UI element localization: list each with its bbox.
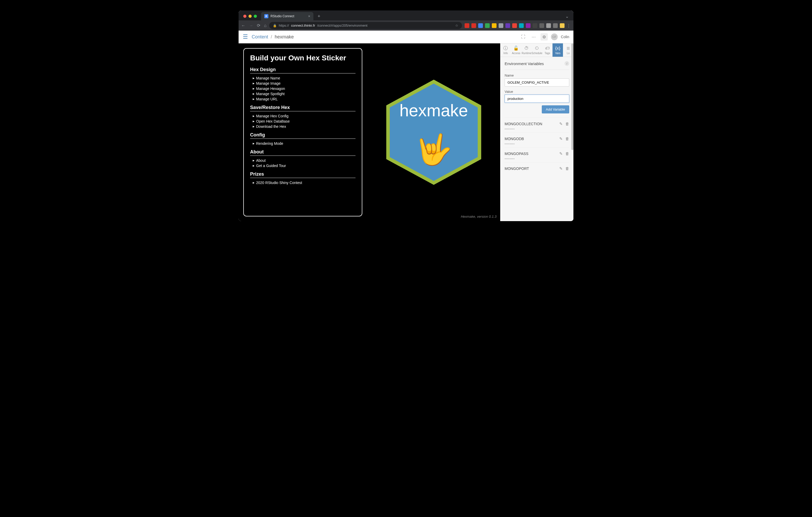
settings-tab-tags[interactable]: 🏷Tags — [542, 43, 552, 57]
menu-icon[interactable]: ☰ — [243, 33, 248, 40]
sidebar-item[interactable]: Manage URL — [250, 96, 355, 102]
bookmark-icon[interactable]: ☆ — [455, 24, 458, 27]
browser-window: R RStudio Connect × + ⌄ ← → ⟳ ⌂ 🔒 https:… — [239, 10, 573, 221]
header-actions: ⛶ ⋯ ⚙ CF Colin — [520, 33, 569, 40]
back-icon[interactable]: ← — [241, 23, 245, 28]
delete-icon[interactable]: 🗑 — [565, 166, 569, 171]
env-var-row: MONGODB✎🗑•••••••• — [504, 132, 569, 147]
sidebar-item[interactable]: Manage Image — [250, 81, 355, 86]
hex-sticker: hexmake 🤟 — [384, 78, 484, 187]
connect-header: ☰ Content / hexmake ⛶ ⋯ ⚙ CF Colin — [239, 31, 573, 43]
ext-icon[interactable] — [553, 23, 558, 28]
ext-icon[interactable] — [478, 23, 483, 28]
forward-icon[interactable]: → — [249, 23, 253, 28]
edit-icon[interactable]: ✎ — [559, 136, 563, 141]
sidebar-item[interactable]: 2020 RStudio Shiny Contest — [250, 180, 355, 185]
sidebar-item[interactable]: Get a Guided Tour — [250, 163, 355, 168]
fullscreen-icon[interactable]: ⛶ — [520, 33, 527, 40]
ext-icon[interactable] — [499, 23, 503, 28]
ext-icon[interactable] — [485, 23, 490, 28]
ext-icon[interactable] — [512, 23, 517, 28]
env-var-value: •••••••• — [504, 127, 569, 130]
breadcrumb: Content / hexmake — [252, 34, 294, 40]
env-var-name: MONGODB — [504, 137, 524, 141]
main-content: Build your Own Hex Sticker Hex DesignMan… — [239, 43, 573, 221]
delete-icon[interactable]: 🗑 — [565, 151, 569, 156]
page-title: hexmake — [275, 34, 294, 40]
profile-avatar-icon[interactable] — [560, 23, 564, 28]
sidebar-item[interactable]: Manage Name — [250, 75, 355, 81]
ext-icon[interactable] — [505, 23, 510, 28]
env-name-input[interactable] — [504, 79, 569, 87]
maximize-window-icon[interactable] — [254, 14, 257, 18]
new-tab-button[interactable]: + — [316, 12, 323, 20]
settings-tabs: ⓘInfo🔓Access⏱Runtime⏲Schedule🏷Tags{x}Var… — [500, 43, 573, 57]
minimize-window-icon[interactable] — [249, 14, 252, 18]
ext-icon[interactable] — [532, 23, 537, 28]
home-icon[interactable]: ⌂ — [264, 23, 267, 28]
existing-vars-list: MONGOCOLLECTION✎🗑••••••••MONGODB✎🗑••••••… — [504, 118, 569, 174]
edit-icon[interactable]: ✎ — [559, 166, 563, 171]
hex-emoji-icon: 🤟 — [415, 132, 453, 167]
avatar[interactable]: CF — [551, 33, 558, 40]
ext-icon[interactable] — [526, 23, 530, 28]
sidebar-item[interactable]: Manage Hexagon — [250, 86, 355, 91]
app-viewport: Build your Own Hex Sticker Hex DesignMan… — [239, 43, 500, 221]
settings-tab-label: Vars — [555, 52, 560, 55]
settings-tab-access[interactable]: 🔓Access — [511, 43, 521, 57]
url-input[interactable]: 🔒 https://connect.thinkr.fr/connect/#/ap… — [269, 22, 462, 29]
ext-icon[interactable] — [540, 23, 544, 28]
address-bar: ← → ⟳ ⌂ 🔒 https://connect.thinkr.fr/conn… — [239, 20, 573, 31]
chrome-menu-icon[interactable]: ⋮ — [567, 23, 571, 28]
username: Colin — [561, 35, 569, 39]
settings-gear-icon[interactable]: ⚙ — [541, 33, 548, 40]
close-window-icon[interactable] — [243, 14, 246, 18]
settings-tab-vars[interactable]: {x}Vars — [552, 43, 563, 57]
ext-icon[interactable] — [471, 23, 476, 28]
url-path: /connect/#/apps/205/environment — [317, 24, 367, 27]
info-icon[interactable]: i — [564, 61, 569, 66]
ext-icon[interactable] — [492, 23, 496, 28]
sidebar-item[interactable]: Download the Hex — [250, 124, 355, 129]
sidebar-item[interactable]: About — [250, 158, 355, 163]
breadcrumb-content-link[interactable]: Content — [252, 34, 268, 40]
settings-tab-schedule[interactable]: ⏲Schedule — [532, 43, 542, 57]
delete-icon[interactable]: 🗑 — [565, 122, 569, 126]
reload-icon[interactable]: ⟳ — [257, 23, 260, 28]
sidebar-item[interactable]: Manage Spotlight — [250, 91, 355, 96]
ext-icon[interactable] — [546, 23, 551, 28]
browser-chrome: R RStudio Connect × + ⌄ ← → ⟳ ⌂ 🔒 https:… — [239, 10, 573, 31]
vars-icon: {x} — [555, 45, 560, 51]
sidebar-item[interactable]: Open Hex DataBase — [250, 119, 355, 124]
more-icon[interactable]: ⋯ — [530, 33, 537, 40]
lo-icon: ≣ — [567, 45, 570, 51]
tab-close-icon[interactable]: × — [308, 14, 310, 18]
edit-icon[interactable]: ✎ — [559, 122, 563, 126]
scrollbar[interactable] — [571, 43, 573, 150]
settings-tab-info[interactable]: ⓘInfo — [500, 43, 511, 57]
url-host: connect.thinkr.fr — [291, 24, 315, 27]
env-var-value: •••••••• — [504, 157, 569, 160]
settings-body: Environment Variables i Name Value Add V… — [500, 57, 573, 221]
settings-tab-label: Tags — [545, 52, 550, 55]
env-var-row: MONGOPASS✎🗑•••••••• — [504, 147, 569, 162]
add-variable-button[interactable]: Add Variable — [542, 105, 569, 114]
sidebar-item[interactable]: Manage Hex Config — [250, 114, 355, 119]
settings-tab-label: Runtime — [522, 52, 531, 55]
section-heading: About — [250, 149, 355, 156]
browser-tab[interactable]: R RStudio Connect × — [261, 12, 313, 20]
env-var-name: MONGOPORT — [504, 166, 529, 171]
edit-icon[interactable]: ✎ — [559, 151, 563, 156]
ext-icon[interactable] — [519, 23, 524, 28]
settings-tab-runtime[interactable]: ⏱Runtime — [521, 43, 532, 57]
sidebar-item[interactable]: Rendering Mode — [250, 141, 355, 146]
section-heading: Hex Design — [250, 67, 355, 73]
env-var-row: MONGOCOLLECTION✎🗑•••••••• — [504, 118, 569, 132]
name-label: Name — [504, 73, 569, 78]
tab-overflow-icon[interactable]: ⌄ — [563, 14, 571, 19]
env-value-input[interactable] — [504, 95, 569, 103]
env-var-value: •••••••• — [504, 142, 569, 145]
ext-icon[interactable] — [465, 23, 469, 28]
delete-icon[interactable]: 🗑 — [565, 136, 569, 141]
schedule-icon: ⏲ — [535, 45, 539, 51]
